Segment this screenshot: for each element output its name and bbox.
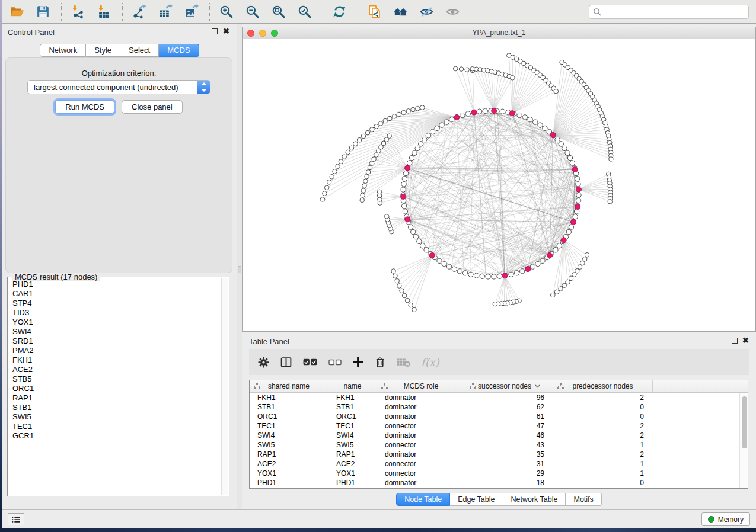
window-zoom-icon[interactable] [271, 30, 278, 37]
toolbar-separator [209, 3, 210, 21]
zoom-selected-icon[interactable] [296, 4, 312, 20]
network-window-titlebar[interactable]: YPA_prune.txt_1 [243, 27, 755, 39]
export-table-icon[interactable] [157, 4, 173, 20]
zoom-out-icon[interactable] [244, 4, 260, 20]
tab-motifs[interactable]: Motifs [566, 493, 601, 506]
mcds-result-item[interactable]: SWI4 [9, 327, 221, 336]
mcds-result-item[interactable]: STB1 [9, 403, 221, 412]
table-row[interactable]: ACE2ACE2connector311 [250, 459, 739, 469]
mcds-result-item[interactable]: GCR1 [9, 431, 221, 441]
mcds-result-item[interactable]: TID3 [9, 308, 221, 318]
window-minimize-icon[interactable] [259, 30, 266, 37]
import-table-icon[interactable] [96, 4, 112, 20]
criterion-dropdown[interactable]: largest connected component (undirected) [27, 80, 210, 94]
optimization-criterion-label: Optimization criterion: [6, 69, 232, 78]
mcds-result-item[interactable]: ORC1 [9, 384, 221, 393]
search-field[interactable] [589, 5, 749, 19]
mcds-result-item[interactable]: TEC1 [9, 422, 221, 431]
mcds-result-item[interactable]: CAR1 [9, 289, 221, 299]
zoom-fit-icon[interactable] [270, 4, 286, 20]
table-row[interactable]: SWI4SWI4dominator462 [250, 431, 739, 440]
network-view-canvas[interactable] [243, 39, 755, 331]
table-cell: FKH1 [250, 393, 328, 402]
float-table-panel-icon[interactable] [732, 338, 738, 344]
tab-network[interactable]: Network [40, 44, 86, 57]
table-tab-bar: Node TableEdge TableNetwork TableMotifs [242, 493, 756, 506]
run-mcds-button[interactable]: Run MCDS [55, 100, 114, 114]
mcds-result-item[interactable]: FKH1 [9, 355, 221, 365]
mcds-result-item[interactable]: PHD1 [9, 280, 221, 289]
search-input[interactable] [604, 8, 745, 16]
table-row[interactable]: YOX1YOX1connector291 [250, 469, 739, 478]
task-history-button[interactable] [8, 513, 24, 525]
deselect-all-icon[interactable] [328, 358, 342, 367]
tab-edge-table[interactable]: Edge Table [450, 493, 503, 506]
tab-node-table[interactable]: Node Table [396, 493, 450, 506]
table-row[interactable]: STB1STB1dominator620 [250, 402, 739, 412]
table-cell: 2 [553, 421, 653, 431]
tab-mcds[interactable]: MCDS [159, 44, 199, 57]
mcds-result-item[interactable]: PMA2 [9, 346, 221, 355]
column-header-MCDS-role[interactable]: MCDS role [377, 380, 465, 392]
home-layout-icon[interactable] [393, 4, 409, 20]
list-icon [11, 515, 21, 524]
window-close-icon[interactable] [247, 30, 254, 37]
table-row[interactable]: PHD1PHD1dominator180 [250, 478, 739, 488]
select-all-icon[interactable] [302, 357, 318, 367]
function-builder-icon: f(x) [421, 356, 439, 368]
splitter-grip[interactable] [238, 266, 241, 273]
delete-table-icon [396, 357, 411, 367]
copy-style-icon[interactable] [366, 4, 382, 20]
table-row[interactable]: FKH1FKH1dominator962 [250, 393, 739, 402]
table-panel-title: Table Panel [249, 337, 289, 346]
save-session-icon[interactable] [35, 4, 51, 20]
tab-network-table[interactable]: Network Table [503, 493, 566, 506]
table-cell: 1 [553, 440, 653, 450]
refresh-icon[interactable] [331, 4, 347, 20]
close-table-panel-icon[interactable]: ✖ [742, 336, 749, 344]
table-cell: 31 [465, 459, 553, 469]
mcds-result-item[interactable]: SRD1 [9, 336, 221, 346]
network-graph[interactable] [243, 39, 755, 331]
table-cell: 1 [553, 459, 653, 469]
mcds-result-item[interactable]: SWI5 [9, 412, 221, 422]
import-network-icon[interactable] [70, 4, 86, 20]
table-row[interactable]: RAP1RAP1dominator352 [250, 450, 739, 459]
column-header-successor-nodes[interactable]: successor nodes [465, 380, 553, 392]
mcds-result-item[interactable]: ACE2 [9, 365, 221, 374]
mcds-list-scrollbar[interactable] [221, 278, 228, 495]
application-window: Control Panel ✖ NetworkStyleSelectMCDS O… [0, 0, 756, 532]
export-network-icon[interactable] [131, 4, 147, 20]
add-column-icon[interactable] [352, 356, 364, 368]
hide-selected-icon[interactable] [419, 4, 435, 20]
table-mode-gear-icon[interactable] [257, 356, 270, 368]
table-row[interactable]: TEC1TEC1connector472 [250, 421, 739, 431]
delete-column-icon[interactable] [374, 356, 386, 368]
tab-select[interactable]: Select [120, 44, 159, 57]
table-scrollbar-thumb[interactable] [742, 396, 747, 448]
mcds-result-item[interactable]: RAP1 [9, 393, 221, 403]
table-cell: dominator [377, 450, 465, 459]
table-scrollbar[interactable] [739, 393, 748, 488]
show-all-icon[interactable] [445, 4, 461, 20]
tab-style[interactable]: Style [86, 44, 120, 57]
show-columns-icon[interactable] [280, 356, 292, 368]
zoom-in-icon[interactable] [218, 4, 234, 20]
export-image-icon[interactable] [183, 4, 199, 20]
mcds-result-box: MCDS result (17 nodes) PHD1CAR1STP4TID3Y… [7, 277, 229, 496]
table-row[interactable]: ORC1ORC1dominator610 [250, 412, 739, 421]
open-session-icon[interactable] [9, 4, 25, 20]
column-header-shared-name[interactable]: shared name [250, 380, 328, 392]
table-row[interactable]: SWI5SWI5connector431 [250, 440, 739, 450]
float-panel-icon[interactable] [212, 28, 218, 34]
close-panel-icon[interactable]: ✖ [223, 27, 229, 35]
column-header-predecessor-nodes[interactable]: predecessor nodes [553, 380, 653, 392]
memory-button[interactable]: Memory [701, 512, 750, 526]
close-panel-button[interactable]: Close panel [122, 100, 183, 114]
table-cell: YOX1 [328, 469, 377, 478]
mcds-result-item[interactable]: YOX1 [9, 318, 221, 327]
panel-splitter[interactable] [237, 24, 242, 509]
mcds-result-item[interactable]: STB5 [9, 374, 221, 384]
mcds-result-item[interactable]: STP4 [9, 299, 221, 308]
column-header-name[interactable]: name [328, 380, 377, 392]
